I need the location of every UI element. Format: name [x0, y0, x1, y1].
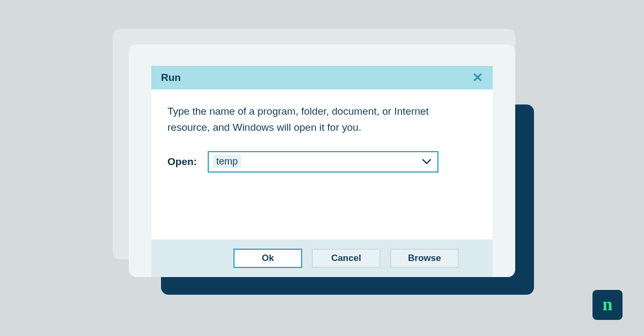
open-label: Open: [167, 156, 197, 168]
brand-letter: n [603, 295, 613, 313]
dialog-buttonbar: Ok Cancel Browse [151, 240, 493, 277]
run-dialog-frame: Run ✕ Type the name of a program, folder… [129, 44, 515, 277]
dialog-body: Type the name of a program, folder, docu… [151, 89, 493, 240]
dialog-description: Type the name of a program, folder, docu… [167, 103, 457, 136]
open-value: temp [213, 155, 241, 168]
brand-badge: n [592, 290, 623, 320]
run-dialog: Run ✕ Type the name of a program, folder… [151, 66, 493, 277]
dialog-titlebar: Run ✕ [151, 66, 493, 89]
browse-button-label: Browse [408, 253, 441, 264]
cancel-button[interactable]: Cancel [312, 249, 380, 268]
open-combobox[interactable]: temp [208, 151, 438, 173]
close-icon[interactable]: ✕ [472, 71, 483, 84]
browse-button[interactable]: Browse [390, 249, 459, 268]
dialog-title: Run [161, 72, 181, 84]
open-row: Open: temp [167, 151, 477, 173]
chevron-down-icon[interactable] [422, 159, 431, 165]
ok-button[interactable]: Ok [233, 249, 302, 268]
ok-button-label: Ok [262, 253, 274, 264]
cancel-button-label: Cancel [331, 253, 361, 264]
